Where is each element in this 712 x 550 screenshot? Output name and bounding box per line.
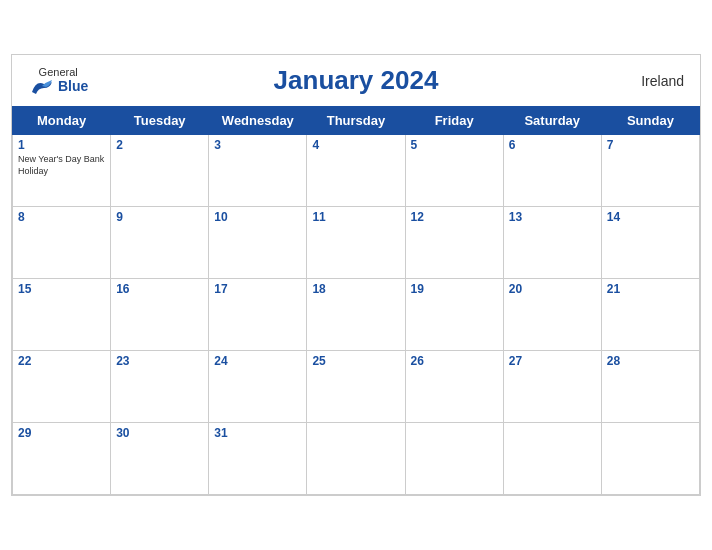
calendar-header: General Blue January 2024 Ireland [12, 55, 700, 106]
calendar-container: General Blue January 2024 Ireland Monday… [11, 54, 701, 496]
day-cell-0-1: 2 [111, 135, 209, 207]
calendar-body: 1New Year's Day Bank Holiday234567891011… [13, 135, 700, 495]
day-number: 26 [411, 354, 498, 368]
header-saturday: Saturday [503, 107, 601, 135]
day-number: 24 [214, 354, 301, 368]
day-number: 28 [607, 354, 694, 368]
header-sunday: Sunday [601, 107, 699, 135]
day-number: 25 [312, 354, 399, 368]
week-row-3: 15161718192021 [13, 279, 700, 351]
day-number: 15 [18, 282, 105, 296]
day-number: 29 [18, 426, 105, 440]
week-row-2: 891011121314 [13, 207, 700, 279]
logo-blue-text: Blue [58, 79, 88, 94]
day-number: 8 [18, 210, 105, 224]
day-cell-4-5 [503, 423, 601, 495]
day-cell-4-1: 30 [111, 423, 209, 495]
day-number: 18 [312, 282, 399, 296]
day-cell-3-0: 22 [13, 351, 111, 423]
day-number: 4 [312, 138, 399, 152]
day-cell-0-5: 6 [503, 135, 601, 207]
header-wednesday: Wednesday [209, 107, 307, 135]
day-cell-3-4: 26 [405, 351, 503, 423]
header-thursday: Thursday [307, 107, 405, 135]
header-monday: Monday [13, 107, 111, 135]
country-label: Ireland [641, 73, 684, 89]
day-cell-2-1: 16 [111, 279, 209, 351]
day-cell-2-2: 17 [209, 279, 307, 351]
day-number: 21 [607, 282, 694, 296]
week-row-1: 1New Year's Day Bank Holiday234567 [13, 135, 700, 207]
day-number: 13 [509, 210, 596, 224]
day-cell-4-3 [307, 423, 405, 495]
day-cell-3-6: 28 [601, 351, 699, 423]
day-number: 16 [116, 282, 203, 296]
day-number: 31 [214, 426, 301, 440]
holiday-label: New Year's Day Bank Holiday [18, 154, 105, 177]
day-cell-0-3: 4 [307, 135, 405, 207]
header-tuesday: Tuesday [111, 107, 209, 135]
day-cell-0-2: 3 [209, 135, 307, 207]
day-cell-2-5: 20 [503, 279, 601, 351]
day-cell-3-5: 27 [503, 351, 601, 423]
header-friday: Friday [405, 107, 503, 135]
weekday-header-row: Monday Tuesday Wednesday Thursday Friday… [13, 107, 700, 135]
logo-general-text: General [39, 65, 78, 77]
day-number: 9 [116, 210, 203, 224]
day-number: 6 [509, 138, 596, 152]
day-cell-1-6: 14 [601, 207, 699, 279]
day-number: 12 [411, 210, 498, 224]
day-number: 17 [214, 282, 301, 296]
day-number: 27 [509, 354, 596, 368]
day-cell-2-0: 15 [13, 279, 111, 351]
calendar-table: Monday Tuesday Wednesday Thursday Friday… [12, 106, 700, 495]
day-cell-3-3: 25 [307, 351, 405, 423]
day-cell-1-2: 10 [209, 207, 307, 279]
day-cell-1-0: 8 [13, 207, 111, 279]
day-cell-2-6: 21 [601, 279, 699, 351]
day-cell-1-5: 13 [503, 207, 601, 279]
day-number: 22 [18, 354, 105, 368]
day-cell-4-4 [405, 423, 503, 495]
day-cell-4-2: 31 [209, 423, 307, 495]
day-cell-2-3: 18 [307, 279, 405, 351]
day-cell-4-0: 29 [13, 423, 111, 495]
day-number: 19 [411, 282, 498, 296]
day-cell-4-6 [601, 423, 699, 495]
logo-area: General Blue [28, 65, 88, 95]
day-cell-1-4: 12 [405, 207, 503, 279]
day-number: 7 [607, 138, 694, 152]
day-cell-3-1: 23 [111, 351, 209, 423]
logo-bird-icon [28, 78, 56, 96]
day-cell-1-3: 11 [307, 207, 405, 279]
day-number: 14 [607, 210, 694, 224]
day-number: 5 [411, 138, 498, 152]
day-number: 11 [312, 210, 399, 224]
day-cell-1-1: 9 [111, 207, 209, 279]
day-number: 20 [509, 282, 596, 296]
day-number: 23 [116, 354, 203, 368]
day-cell-0-0: 1New Year's Day Bank Holiday [13, 135, 111, 207]
day-cell-0-6: 7 [601, 135, 699, 207]
day-cell-3-2: 24 [209, 351, 307, 423]
week-row-5: 293031 [13, 423, 700, 495]
day-cell-0-4: 5 [405, 135, 503, 207]
calendar-title: January 2024 [274, 65, 439, 96]
week-row-4: 22232425262728 [13, 351, 700, 423]
day-cell-2-4: 19 [405, 279, 503, 351]
day-number: 1 [18, 138, 105, 152]
day-number: 2 [116, 138, 203, 152]
day-number: 10 [214, 210, 301, 224]
day-number: 3 [214, 138, 301, 152]
day-number: 30 [116, 426, 203, 440]
